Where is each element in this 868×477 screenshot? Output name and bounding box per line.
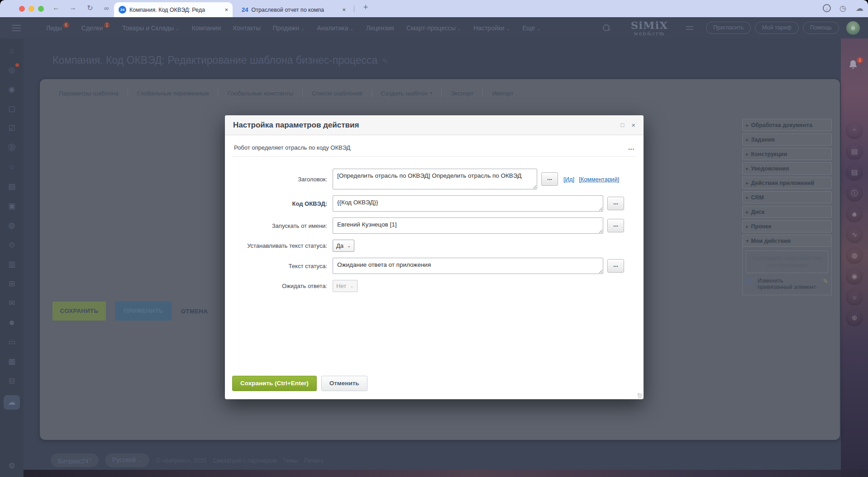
id-link[interactable]: [Ид] [563, 176, 574, 183]
search-icon[interactable] [603, 24, 610, 32]
top-navigation-bar: Лиды6 Сделки1 Товары и Склады⌄ Компании … [0, 17, 868, 38]
chevron-down-icon: ⌄ [350, 283, 353, 288]
set-status-select[interactable]: Да ⌄ [333, 240, 354, 252]
okved-field[interactable]: {{Код ОКВЭД}} [333, 195, 603, 212]
bitrix24-brand-button[interactable]: Битрикс24® [51, 453, 99, 467]
template-tab[interactable]: Создать шаблон▾ [372, 89, 442, 97]
downloads-icon[interactable]: ↓ [823, 4, 831, 12]
browser-reload-icon[interactable]: ↻ [85, 4, 95, 12]
user-avatar[interactable]: ☻ [846, 21, 860, 35]
header-pill-button[interactable]: Мой тариф [755, 22, 799, 34]
main-menu: Лиды6 Сделки1 Товары и Склады⌄ Компании … [46, 24, 541, 32]
nav-item[interactable]: Контакты [233, 24, 260, 32]
accordion-section[interactable]: ▸Конструкции [742, 148, 832, 160]
nav-item[interactable]: Аналитика⌄ [317, 24, 354, 32]
form-action-buttons: СОХРАНИТЬ ПРИМЕНИТЬ ОТМЕНА [52, 302, 208, 321]
status-text-field[interactable]: Ожидание ответа от приложения [333, 258, 603, 274]
browser-share-link-icon[interactable]: ∞ [101, 5, 111, 12]
new-tab-button[interactable]: + [360, 3, 371, 12]
partner-link[interactable]: Связаться с партнером [213, 457, 277, 464]
nav-item[interactable]: Лицензия [366, 24, 394, 32]
browser-toolbar: ← → ↻ ∞ 24 Компания. Код ОКВЭД: Реда × 2… [0, 0, 868, 17]
browser-tab-active[interactable]: 24 Компания. Код ОКВЭД: Реда × [114, 2, 233, 17]
robot-menu-ellipsis-icon[interactable]: ... [628, 144, 634, 151]
action-drop-zone[interactable]: Перетащите сюда действие для сохранения [746, 250, 828, 273]
tab-close-icon[interactable]: × [224, 6, 228, 13]
chevron-down-icon: ▾ [430, 91, 432, 95]
accordion-section[interactable]: ▸Диск [742, 206, 832, 218]
close-icon[interactable]: × [631, 121, 635, 129]
nav-item[interactable]: Настройки⌄ [473, 24, 510, 32]
run-as-picker-button[interactable]: ... [607, 219, 624, 232]
dialog-resize-handle[interactable] [638, 393, 643, 398]
window-close-button[interactable] [19, 6, 25, 12]
template-tab[interactable]: Глобальные переменные [128, 89, 219, 97]
settings-sliders-icon[interactable] [686, 25, 693, 31]
browser-profile-icon[interactable]: ☁ [856, 4, 863, 13]
title-field[interactable]: [Определить отрасль по ОКВЭД] Определить… [333, 169, 537, 189]
accordion-section[interactable]: ▸Задания [742, 133, 832, 146]
dialog-save-button[interactable]: Сохранить (Ctrl+Enter) [232, 376, 317, 391]
my-actions-panel: Перетащите сюда действие для сохранения … [742, 247, 832, 295]
tab-close-icon[interactable]: × [342, 6, 346, 13]
chevron-down-icon: ⌄ [506, 26, 510, 31]
my-action-item[interactable]: ⊡ Изменить привязанный элемент ✎ [746, 278, 828, 290]
template-tab[interactable]: Экспорт [442, 89, 483, 97]
print-link[interactable]: Печать [304, 457, 324, 464]
save-button[interactable]: СОХРАНИТЬ [52, 302, 106, 321]
maximize-icon[interactable]: □ [620, 122, 624, 128]
status-text-picker-button[interactable]: ... [607, 259, 624, 273]
accordion-section[interactable]: ▸CRM [742, 191, 832, 203]
template-tab[interactable]: Глобальные константы [219, 89, 303, 97]
accordion-section[interactable]: ▸Действия приложений [742, 177, 832, 189]
edit-pencil-icon[interactable]: ✎ [382, 57, 388, 65]
template-tab[interactable]: Параметры шаблона [50, 89, 128, 97]
accordion-section[interactable]: ▸Прочее [742, 220, 832, 232]
nav-item[interactable]: Смарт-процессы⌄ [406, 24, 461, 32]
nav-item[interactable]: Компании [192, 24, 221, 32]
browser-forward-icon[interactable]: → [68, 4, 78, 12]
wait-response-label: Ожидать ответа: [225, 283, 333, 289]
header-pill-button[interactable]: Помощь [803, 22, 839, 34]
robot-name-row: Робот определяет отрасль по коду ОКВЭД .… [232, 140, 636, 157]
template-tab[interactable]: Список шаблонов [303, 89, 372, 97]
bitrix24-favicon: 24 [242, 6, 248, 13]
header-pill-button[interactable]: Пригласить [706, 22, 751, 34]
settings-gear-icon[interactable]: ⚙ [0, 461, 24, 471]
arrow-right-icon: ▸ [746, 152, 749, 156]
edit-pencil-icon[interactable]: ✎ [823, 278, 828, 285]
apply-button[interactable]: ПРИМЕНИТЬ [115, 302, 172, 321]
tab-title: Отраслевой отчет по компа [251, 7, 324, 13]
accordion-section-my-actions[interactable]: ▾Мои действия [742, 235, 832, 247]
browser-tab-inactive[interactable]: 24 Отраслевой отчет по компа × [237, 2, 350, 17]
template-tab[interactable]: Импорт [483, 89, 522, 97]
simix-logo: SiMiX web&crm [631, 20, 668, 36]
history-icon[interactable]: ◷ [839, 4, 846, 13]
browser-back-icon[interactable]: ← [51, 4, 61, 12]
notifications-bell[interactable]: 2 [847, 59, 862, 73]
nav-item[interactable]: Товары и Склады⌄ [122, 24, 180, 32]
title-picker-button[interactable]: ... [541, 172, 558, 186]
comment-link[interactable]: [Комментарий] [579, 176, 619, 183]
nav-item[interactable]: Продажи⌄ [272, 24, 305, 32]
okved-picker-button[interactable]: ... [607, 197, 624, 210]
run-as-field[interactable]: Евгений Кузнецов [1] [333, 217, 603, 234]
set-status-label: Устанавливать текст статуса: [225, 242, 333, 249]
dialog-cancel-button[interactable]: Отменить [321, 376, 367, 391]
themes-link[interactable]: Темы [283, 457, 298, 464]
cancel-button[interactable]: ОТМЕНА [181, 308, 208, 315]
nav-item[interactable]: Сделки1 [81, 24, 110, 32]
copyright-text: © «Битрикс», 2025 [156, 457, 206, 464]
counter-badge: 1 [104, 22, 110, 28]
nav-item[interactable]: Лиды6 [46, 24, 69, 32]
template-tabs: Параметры шаблона Глобальные переменные … [40, 79, 840, 97]
accordion-section[interactable]: ▸Уведомления [742, 162, 832, 175]
dialog-header[interactable]: Настройка параметров действия □ × [225, 115, 644, 135]
language-selector[interactable]: Русский⌄ [105, 453, 149, 467]
menu-hamburger-icon[interactable] [12, 25, 21, 31]
accordion-section[interactable]: ▸Обработка документа [742, 119, 832, 131]
window-minimize-button[interactable] [29, 6, 34, 12]
background-photo-bottom [0, 470, 868, 477]
nav-item[interactable]: Еще⌄ [522, 24, 541, 32]
window-fullscreen-button[interactable] [38, 6, 44, 12]
